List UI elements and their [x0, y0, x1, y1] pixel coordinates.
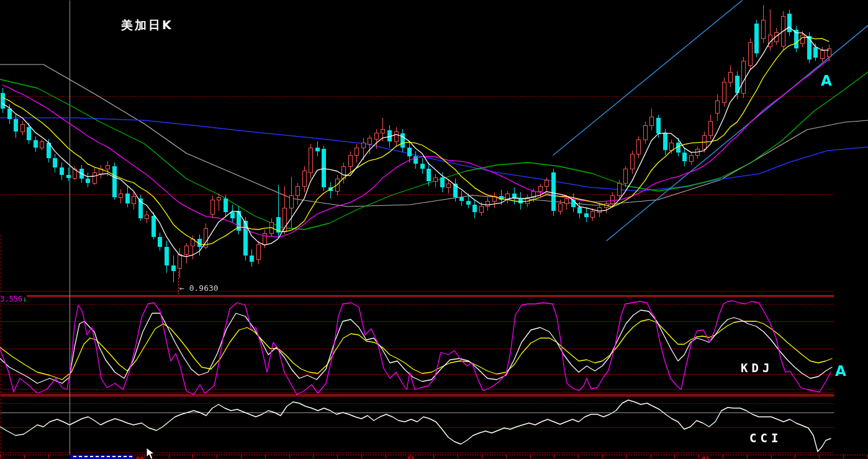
low-price-label: ← 0.9630 — [179, 284, 219, 292]
annotation-a-kdj[interactable]: A — [835, 364, 846, 378]
kdj-value-text: 3.556 — [0, 295, 22, 303]
down-arrow-icon: ↓ — [22, 295, 27, 303]
chart-title: 美加日K — [121, 19, 173, 31]
chart-window: 美加日K ← 0.9630 3.556↓ KDJ CCI A A — [0, 0, 868, 459]
annotation-a-main[interactable]: A — [821, 74, 832, 88]
cci-panel-label: CCI — [748, 432, 784, 444]
kdj-panel-label: KDJ — [739, 362, 775, 374]
kdj-value-readout: 3.556↓ — [0, 295, 27, 303]
chart-canvas[interactable] — [0, 0, 868, 459]
